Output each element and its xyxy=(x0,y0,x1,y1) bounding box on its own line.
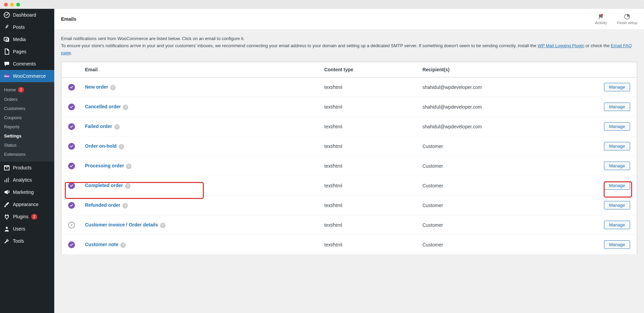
email-name-link[interactable]: Order on-hold xyxy=(85,143,117,149)
email-name-link[interactable]: Processing order xyxy=(85,163,124,168)
manage-button[interactable]: Manage xyxy=(604,201,630,209)
email-name-link[interactable]: Completed order xyxy=(85,183,123,188)
email-row: New order?text/htmlshahidul@wpdeveloper.… xyxy=(61,77,637,97)
manage-button[interactable]: Manage xyxy=(604,103,630,111)
email-row: Order on-hold?text/htmlCustomerManage xyxy=(61,136,637,156)
content-type-cell: text/html xyxy=(321,215,419,235)
email-row: Refunded order?text/htmlCustomerManage xyxy=(61,196,637,215)
dashboard-icon xyxy=(3,12,10,18)
status-enabled-icon xyxy=(68,123,75,130)
window-close-icon[interactable] xyxy=(4,3,8,6)
window-maximize-icon[interactable] xyxy=(16,3,20,6)
recipients-cell: shahidul@wpdeveloper.com xyxy=(419,117,601,136)
submenu-item-settings[interactable]: Settings xyxy=(0,131,54,141)
email-row: Failed order?text/htmlshahidul@wpdevelop… xyxy=(61,117,637,136)
email-name-link[interactable]: Cancelled order xyxy=(85,104,121,109)
manage-button[interactable]: Manage xyxy=(604,83,630,91)
sidebar-item-comments[interactable]: Comments xyxy=(0,58,54,70)
sidebar-item-dashboard[interactable]: Dashboard xyxy=(0,9,54,21)
sidebar-label: Tools xyxy=(13,238,24,244)
help-icon[interactable]: ? xyxy=(160,223,165,228)
top-bar: Emails Activity Finish setup xyxy=(54,9,644,29)
sidebar-item-plugins[interactable]: Plugins2 xyxy=(0,210,54,223)
activity-button[interactable]: Activity xyxy=(595,13,607,25)
sidebar-label: Appearance xyxy=(13,202,39,207)
manage-button[interactable]: Manage xyxy=(604,142,630,150)
help-icon[interactable]: ? xyxy=(122,203,128,208)
status-enabled-icon xyxy=(68,143,75,150)
sidebar-item-media[interactable]: Media xyxy=(0,33,54,45)
window-minimize-icon[interactable] xyxy=(10,3,14,6)
col-header-content-type: Content type xyxy=(321,62,419,77)
sidebar-label: Posts xyxy=(13,24,25,30)
recipients-cell: Customer xyxy=(419,235,601,255)
email-name-link[interactable]: Customer invoice / Order details xyxy=(85,222,158,227)
help-icon[interactable]: ? xyxy=(123,105,128,110)
help-icon[interactable]: ? xyxy=(114,124,120,130)
chart-icon xyxy=(3,177,10,183)
sidebar-item-analytics[interactable]: Analytics xyxy=(0,174,54,186)
manage-button[interactable]: Manage xyxy=(604,221,630,229)
manage-button[interactable]: Manage xyxy=(604,162,630,170)
svg-rect-4 xyxy=(4,166,9,170)
email-name-link[interactable]: Customer note xyxy=(85,242,119,247)
wrench-icon xyxy=(3,238,10,244)
wp-mail-logging-link[interactable]: WP Mail Logging Plugin xyxy=(538,43,584,48)
media-icon xyxy=(3,36,10,43)
user-icon xyxy=(3,225,10,232)
sidebar-item-posts[interactable]: Posts xyxy=(0,21,54,33)
content-type-cell: text/html xyxy=(321,156,419,176)
submenu-item-orders[interactable]: Orders xyxy=(0,95,54,104)
progress-icon xyxy=(624,13,630,20)
megaphone-icon xyxy=(3,189,10,196)
submenu-item-status[interactable]: Status xyxy=(0,141,54,150)
help-icon[interactable]: ? xyxy=(110,85,116,90)
main-content: Emails Activity Finish setup Email notif… xyxy=(54,9,644,313)
sidebar-item-appearance[interactable]: Appearance xyxy=(0,198,54,210)
recipients-cell: Customer xyxy=(419,136,601,156)
help-icon[interactable]: ? xyxy=(119,144,124,149)
woo-icon: Woo xyxy=(3,73,10,79)
submenu-item-coupons[interactable]: Coupons xyxy=(0,113,54,122)
manage-button[interactable]: Manage xyxy=(604,122,630,131)
sidebar-label: Media xyxy=(13,37,26,42)
sidebar-label: Products xyxy=(13,165,32,170)
content-type-cell: text/html xyxy=(321,136,419,156)
recipients-cell: Customer xyxy=(419,176,601,196)
finish-setup-button[interactable]: Finish setup xyxy=(617,13,637,25)
intro-text: Email notifications sent from WooCommerc… xyxy=(61,35,637,56)
sidebar-item-woocommerce[interactable]: WooWooCommerce xyxy=(0,70,54,82)
email-row: Cancelled order?text/htmlshahidul@wpdeve… xyxy=(61,97,637,117)
intro-line1: Email notifications sent from WooCommerc… xyxy=(61,35,637,42)
help-icon[interactable]: ? xyxy=(126,164,132,169)
submenu-item-customers[interactable]: Customers xyxy=(0,104,54,113)
email-name-link[interactable]: New order xyxy=(85,84,108,90)
sidebar-label: WooCommerce xyxy=(13,73,46,79)
content-type-cell: text/html xyxy=(321,176,419,196)
flag-icon xyxy=(598,13,604,20)
svg-point-11 xyxy=(601,14,603,16)
submenu-item-home[interactable]: Home2 xyxy=(0,85,54,95)
help-icon[interactable]: ? xyxy=(120,242,126,248)
email-name-link[interactable]: Failed order xyxy=(85,124,112,129)
sidebar-item-marketing[interactable]: Marketing xyxy=(0,186,54,198)
emails-table: Email Content type Recipient(s) New orde… xyxy=(61,62,637,255)
svg-rect-9 xyxy=(8,178,9,182)
page-title: Emails xyxy=(61,16,76,22)
email-name-link[interactable]: Refunded order xyxy=(85,202,120,208)
manage-button[interactable]: Manage xyxy=(604,240,630,249)
sidebar-item-users[interactable]: Users xyxy=(0,223,54,235)
sidebar-item-pages[interactable]: Pages xyxy=(0,45,54,58)
sidebar-item-tools[interactable]: Tools xyxy=(0,235,54,247)
submenu-item-reports[interactable]: Reports xyxy=(0,122,54,131)
status-enabled-icon xyxy=(68,104,75,110)
sidebar-label: Users xyxy=(13,226,25,232)
submenu-item-extensions[interactable]: Extensions xyxy=(0,150,54,159)
help-icon[interactable]: ? xyxy=(125,183,131,189)
sidebar-item-products[interactable]: Products xyxy=(0,162,54,174)
sidebar-label: Analytics xyxy=(13,177,32,183)
col-header-email: Email xyxy=(82,62,321,77)
manage-button[interactable]: Manage xyxy=(604,181,630,190)
content-type-cell: text/html xyxy=(321,196,419,215)
content-type-cell: text/html xyxy=(321,235,419,255)
